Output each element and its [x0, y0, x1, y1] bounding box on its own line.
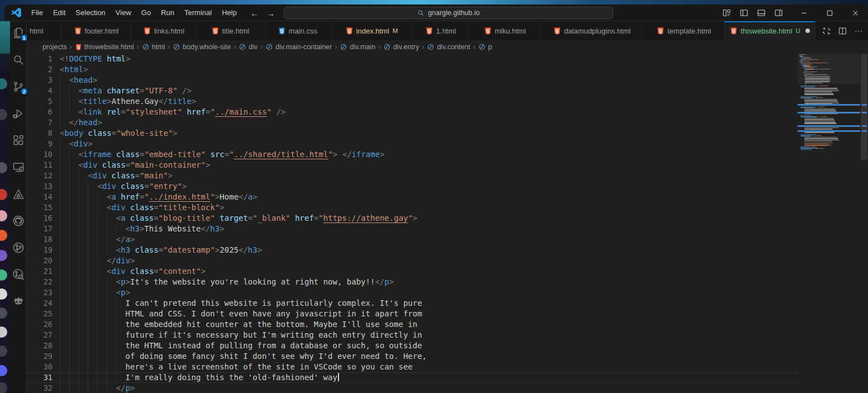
- code-line-2[interactable]: 2<html>: [27, 64, 798, 75]
- code-line-28[interactable]: 28the HTML instead of pulling from a dat…: [27, 340, 798, 351]
- tab-miku.html[interactable]: miku.html: [469, 21, 541, 40]
- line-number[interactable]: 3: [27, 75, 53, 86]
- toggle-panel-icon[interactable]: [757, 8, 766, 17]
- code-line-9[interactable]: 9<div>: [27, 139, 798, 149]
- code-line-16[interactable]: 16<a class="blog-title" target="_blank" …: [27, 213, 798, 224]
- tab-index.html[interactable]: index.htmlM: [331, 21, 412, 40]
- breadcrumb-item-body-whole-site[interactable]: body.whole-site: [173, 43, 231, 51]
- menu-view[interactable]: View: [111, 4, 136, 21]
- code-line-13[interactable]: 13<div class="entry">: [27, 181, 798, 192]
- line-number[interactable]: 29: [27, 351, 53, 362]
- scrollbar-slider[interactable]: [861, 54, 867, 160]
- menu-run[interactable]: Run: [156, 4, 179, 21]
- code-line-31[interactable]: 31I'm really doing this the 'old-fashion…: [27, 372, 798, 383]
- line-number[interactable]: 21: [27, 266, 53, 277]
- tab-links.html[interactable]: links.html: [131, 21, 197, 40]
- line-number[interactable]: 26: [27, 319, 53, 330]
- minimap[interactable]: [798, 54, 860, 393]
- code-line-15[interactable]: 15<div class="title-block">: [27, 202, 798, 213]
- gitlens-inspect-icon[interactable]: [12, 268, 25, 281]
- breadcrumb-item-div[interactable]: div: [239, 43, 257, 51]
- minimize-button[interactable]: [791, 4, 817, 21]
- explorer-icon[interactable]: 1: [12, 26, 25, 40]
- breadcrumb-item-html[interactable]: html: [142, 43, 165, 51]
- tab-template.html[interactable]: template.html: [643, 21, 724, 40]
- more-actions-icon[interactable]: [854, 26, 864, 36]
- line-number[interactable]: 25: [27, 309, 53, 319]
- line-number[interactable]: 8: [27, 128, 53, 139]
- line-number[interactable]: 30: [27, 362, 53, 372]
- code-line-11[interactable]: 11<div class="main-container">: [27, 160, 798, 171]
- code-line-24[interactable]: 24I can't pretend this website is partic…: [27, 298, 798, 309]
- toggle-secondary-sidebar-icon[interactable]: [774, 8, 783, 17]
- gitlens-icon[interactable]: [12, 241, 25, 254]
- code-line-21[interactable]: 21<div class="content">: [27, 266, 798, 277]
- unsaved-dot-icon[interactable]: [805, 29, 810, 33]
- remote-explorer-icon[interactable]: [12, 160, 25, 174]
- line-number[interactable]: 14: [27, 192, 53, 202]
- maximize-button[interactable]: [817, 4, 842, 21]
- command-center-search[interactable]: gnargle.github.io: [284, 7, 613, 19]
- tab-footer.html[interactable]: footer.html: [61, 21, 131, 40]
- line-number[interactable]: 9: [27, 139, 53, 149]
- line-number[interactable]: 31: [27, 372, 53, 383]
- code-line-1[interactable]: 1<!DOCTYPE html>: [27, 54, 798, 64]
- menu-help[interactable]: Help: [217, 4, 242, 21]
- line-number[interactable]: 12: [27, 171, 53, 181]
- code-line-3[interactable]: 3<head>: [27, 75, 798, 86]
- breadcrumb-item-thiswebsite-html[interactable]: thiswebsite.html: [75, 43, 134, 51]
- code-line-18[interactable]: 18</a>: [27, 234, 798, 245]
- line-number[interactable]: 11: [27, 160, 53, 171]
- code-line-25[interactable]: 25HTML and CSS. I don't even have any ja…: [27, 309, 798, 319]
- line-number[interactable]: 5: [27, 96, 53, 107]
- breadcrumb-item-div-content[interactable]: div.content: [427, 43, 470, 51]
- menu-edit[interactable]: Edit: [48, 4, 70, 21]
- godot-tools-icon[interactable]: [12, 295, 25, 308]
- menu-selection[interactable]: Selection: [70, 4, 110, 21]
- line-number[interactable]: 15: [27, 202, 53, 213]
- menu-go[interactable]: Go: [136, 4, 156, 21]
- code-line-5[interactable]: 5<title>Athene.Gay</title>: [27, 96, 798, 107]
- tab-dalamudplugins.html[interactable]: dalamudplugins.html: [541, 21, 643, 40]
- line-number[interactable]: 10: [27, 149, 53, 160]
- source-control-icon[interactable]: 2: [12, 80, 25, 93]
- line-number[interactable]: 27: [27, 330, 53, 340]
- customize-layout-icon[interactable]: [722, 8, 731, 17]
- code-line-20[interactable]: 20</div>: [27, 255, 798, 266]
- history-forward-icon[interactable]: →: [266, 8, 275, 18]
- line-number[interactable]: 16: [27, 213, 53, 224]
- line-number[interactable]: 13: [27, 181, 53, 192]
- extensions-icon[interactable]: [12, 134, 25, 147]
- history-back-icon[interactable]: ←: [250, 8, 259, 18]
- tab-title.html[interactable]: title.html: [197, 21, 264, 40]
- line-number[interactable]: 20: [27, 255, 53, 266]
- line-number[interactable]: 28: [27, 340, 53, 351]
- tab-thiswebsite.html[interactable]: thiswebsite.htmlU: [724, 21, 815, 40]
- code-line-17[interactable]: 17<h3>This Website</h3>: [27, 224, 798, 234]
- line-number[interactable]: 4: [27, 86, 53, 96]
- line-number[interactable]: 1: [27, 54, 53, 64]
- breadcrumb-item-p[interactable]: p: [478, 43, 492, 51]
- code-line-10[interactable]: 10<iframe class="embed-title" src="../sh…: [27, 149, 798, 160]
- code-line-6[interactable]: 6<link rel="stylesheet" href="../main.cs…: [27, 107, 798, 117]
- code-line-19[interactable]: 19<h3 class="datestamp">2025</h3>: [27, 245, 798, 255]
- run-and-debug-icon[interactable]: [12, 107, 25, 120]
- line-number[interactable]: 17: [27, 224, 53, 234]
- code-line-12[interactable]: 12<div class="main">: [27, 171, 798, 181]
- line-number[interactable]: 24: [27, 298, 53, 309]
- menu-file[interactable]: File: [26, 4, 48, 21]
- code-line-4[interactable]: 4<meta charset="UTF-8" />: [27, 86, 798, 96]
- breadcrumb-item-projects[interactable]: projects: [42, 43, 67, 51]
- code-line-30[interactable]: 30here's a live screenshot of the site i…: [27, 362, 798, 372]
- code-line-29[interactable]: 29of doing some fancy shit I don't see w…: [27, 351, 798, 362]
- breadcrumb-item-div-main-container[interactable]: div.main-container: [265, 43, 332, 51]
- open-changes-icon[interactable]: [822, 26, 831, 36]
- line-number[interactable]: 7: [27, 117, 53, 128]
- code-line-22[interactable]: 22<p>It's the website you're looking at …: [27, 277, 798, 287]
- code-line-26[interactable]: 26the embedded hit counter at the bottom…: [27, 319, 798, 330]
- code-line-27[interactable]: 27future if it's necessary but I'm writi…: [27, 330, 798, 340]
- line-number[interactable]: 2: [27, 64, 53, 75]
- line-number[interactable]: 18: [27, 234, 53, 245]
- tab-main.css[interactable]: main.css: [264, 21, 331, 40]
- editor-scrollbar[interactable]: [860, 54, 868, 393]
